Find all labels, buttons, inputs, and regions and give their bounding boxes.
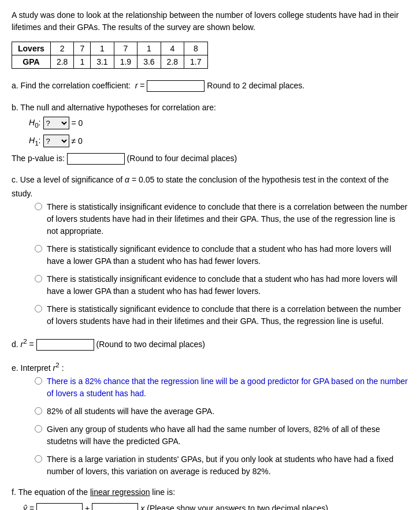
intro-text: A study was done to look at the relation… xyxy=(12,9,408,33)
part-e-option-1-text: There is a 82% chance that the regressio… xyxy=(47,375,408,400)
table-cell: 1.7 xyxy=(184,55,207,69)
part-b-label: b. xyxy=(12,103,18,112)
regression-intercept-input[interactable] xyxy=(36,503,83,510)
h1-row: H1: ? ρ r μ ≠ 0 xyxy=(29,133,408,150)
hypothesis-block: H0: ? ρ r μ = 0 H1: ? ρ r μ ≠ 0 xyxy=(29,115,408,150)
part-e-text: Interpret r2 : xyxy=(21,363,64,373)
correlation-coefficient-input[interactable] xyxy=(147,80,205,92)
part-c-option-2: There is statistically significant evide… xyxy=(35,243,408,267)
h0-suffix: = 0 xyxy=(72,116,83,131)
part-c-option-3: There is statistically insignificant evi… xyxy=(35,273,408,297)
part-c-radio-3[interactable] xyxy=(35,275,42,282)
part-e-option-4: There is a large variation in students' … xyxy=(35,453,408,478)
table-cell: 2 xyxy=(50,42,73,55)
part-d-text: r2 = xyxy=(21,340,34,349)
part-b: b. The null and alternative hypotheses f… xyxy=(12,101,408,166)
part-e-option-2-text: 82% of all students will have the averag… xyxy=(47,405,214,418)
regression-slope-input[interactable] xyxy=(92,503,138,510)
part-c-radio-1[interactable] xyxy=(35,203,42,210)
plus-sign: + xyxy=(85,502,90,510)
data-table: Lovers 2 7 1 7 1 4 8 GPA 2.8 1 3.1 1.9 3… xyxy=(12,42,208,69)
part-c-option-4-text: There is statistically significant evide… xyxy=(47,303,408,327)
r-squared-input[interactable] xyxy=(36,339,94,351)
part-c-option-1: There is statistically insignificant evi… xyxy=(35,201,408,237)
part-b-text: The null and alternative hypotheses for … xyxy=(20,103,216,112)
table-header-gpa: GPA xyxy=(12,55,51,69)
part-e-radio-2[interactable] xyxy=(35,407,42,415)
part-c-option-2-text: There is statistically significant evide… xyxy=(47,243,408,267)
table-cell: 4 xyxy=(161,42,184,55)
part-e-radio-1[interactable] xyxy=(35,377,42,385)
table-cell: 3.6 xyxy=(137,55,161,69)
table-cell: 1 xyxy=(137,42,161,55)
table-cell: 7 xyxy=(114,42,137,55)
part-e: e. Interpret r2 : There is a 82% chance … xyxy=(12,359,408,477)
part-e-label: e. xyxy=(12,363,18,373)
part-d-note: (Round to two decimal places) xyxy=(96,340,205,349)
part-f-label: f. xyxy=(12,487,16,497)
h0-row: H0: ? ρ r μ = 0 xyxy=(29,115,408,132)
x-label: x xyxy=(140,502,144,510)
part-c-option-3-text: There is statistically insignificant evi… xyxy=(47,273,408,297)
part-c-header: c. Use a level of significance of α = 0.… xyxy=(12,173,408,201)
part-e-option-2: 82% of all students will have the averag… xyxy=(35,405,408,418)
h0-select[interactable]: ? ρ r μ xyxy=(43,117,69,129)
part-e-option-3-text: Given any group of students who have all… xyxy=(47,423,408,448)
part-c-option-4: There is statistically significant evide… xyxy=(35,303,408,327)
table-cell: 7 xyxy=(74,42,91,55)
h1-label: H1: xyxy=(29,133,41,150)
r-symbol: r = xyxy=(133,81,145,90)
pvalue-input[interactable] xyxy=(67,153,125,165)
table-cell: 2.8 xyxy=(50,55,73,69)
part-a-label: a. xyxy=(12,81,18,90)
h1-select[interactable]: ? ρ r μ xyxy=(43,135,69,147)
part-e-header: e. Interpret r2 : xyxy=(12,359,408,375)
part-c-radio-4[interactable] xyxy=(35,305,42,312)
h1-suffix: ≠ 0 xyxy=(72,133,83,149)
pvalue-note: (Round to four decimal places) xyxy=(127,154,237,163)
part-c-radio-2[interactable] xyxy=(35,245,42,252)
part-c-text: Use a level of significance of α = 0.05 … xyxy=(12,175,389,198)
part-d: d. r2 = (Round to two decimal places) xyxy=(12,336,408,351)
part-a-text: Find the correlation coefficient: xyxy=(21,81,131,90)
part-f-text: The equation of the linear regression li… xyxy=(18,487,175,497)
part-e-option-3: Given any group of students who have all… xyxy=(35,423,408,448)
table-cell: 2.8 xyxy=(161,55,184,69)
table-header-lovers: Lovers xyxy=(12,42,51,55)
table-cell: 8 xyxy=(184,42,207,55)
part-f: f. The equation of the linear regression… xyxy=(12,486,408,510)
table-cell: 1 xyxy=(74,55,91,69)
part-c: c. Use a level of significance of α = 0.… xyxy=(12,173,408,327)
part-d-label: d. xyxy=(12,340,18,349)
part-e-option-1: There is a 82% chance that the regressio… xyxy=(35,375,408,400)
table-cell: 3.1 xyxy=(91,55,114,69)
part-e-radio-4[interactable] xyxy=(35,455,42,463)
y-hat-label: ŷ = xyxy=(23,502,34,510)
table-cell: 1.9 xyxy=(114,55,137,69)
part-c-option-1-text: There is statistically insignificant evi… xyxy=(47,201,408,237)
pvalue-row: The p-value is: (Round to four decimal p… xyxy=(12,152,408,166)
part-f-note: (Please show your answers to two decimal… xyxy=(147,502,328,510)
part-f-header: f. The equation of the linear regression… xyxy=(12,486,408,500)
part-a-note: Round to 2 decimal places. xyxy=(207,81,304,90)
regression-equation: ŷ = + x (Please show your answers to two… xyxy=(23,502,408,510)
part-e-radio-3[interactable] xyxy=(35,425,42,433)
table-cell: 1 xyxy=(91,42,114,55)
pvalue-label: The p-value is: xyxy=(12,154,65,163)
part-a: a. Find the correlation coefficient: r =… xyxy=(12,79,408,93)
part-c-label: c. xyxy=(12,175,18,184)
h0-label: H0: xyxy=(29,115,41,132)
part-e-option-4-text: There is a large variation in students' … xyxy=(47,453,408,478)
